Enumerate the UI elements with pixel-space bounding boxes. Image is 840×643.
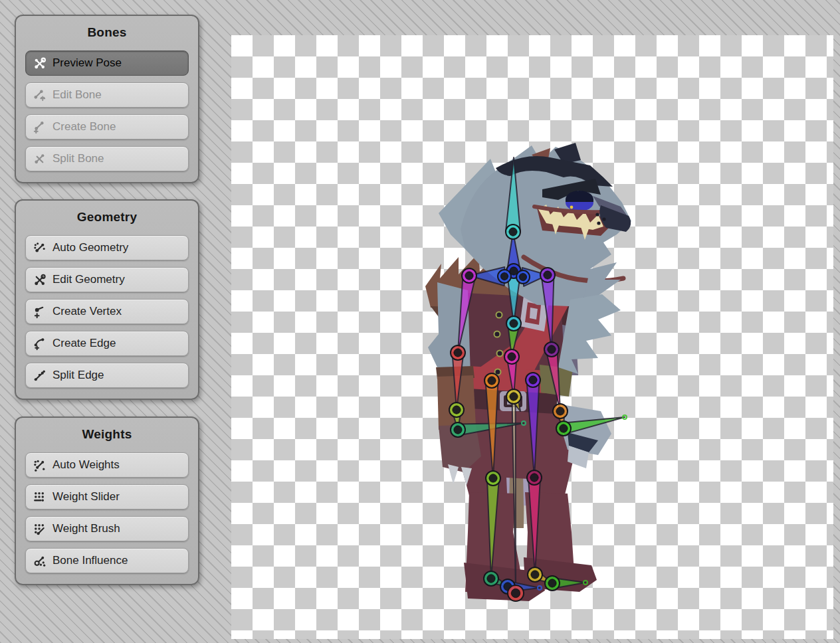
joint-wrist-l[interactable] <box>449 403 464 417</box>
joint-hand-l[interactable] <box>451 422 465 437</box>
joint-fan-l[interactable] <box>498 270 511 283</box>
panel-bones: BonesPreview PoseEdit BoneCreate BoneSpl… <box>15 15 199 183</box>
auto-weights-icon <box>33 458 47 472</box>
joint-tail-end[interactable] <box>508 585 524 601</box>
bone-influence-button[interactable]: Bone Influence <box>25 548 189 573</box>
weight-slider-button[interactable]: Weight Slider <box>25 484 189 509</box>
sprite-canvas[interactable] <box>231 35 833 639</box>
joint-neck[interactable] <box>506 225 520 239</box>
joint-ankle-r[interactable] <box>528 567 542 582</box>
joint-pelvis[interactable] <box>504 349 519 364</box>
button-label: Split Bone <box>52 152 104 165</box>
auto-weights-button[interactable]: Auto Weights <box>25 452 189 478</box>
joint-wrist-r[interactable] <box>553 404 568 418</box>
button-label: Weight Brush <box>52 522 120 535</box>
create-vertex-button[interactable]: Create Vertex <box>25 299 189 324</box>
split-bone-button[interactable]: Split Bone <box>25 146 189 171</box>
preview-pose-button[interactable]: Preview Pose <box>25 50 189 76</box>
joint-knee-r[interactable] <box>527 470 542 485</box>
button-label: Create Edge <box>52 337 116 350</box>
weight-brush-button[interactable]: Weight Brush <box>25 516 189 541</box>
create-edge-icon <box>33 337 47 351</box>
skinning-editor: { "panels": [ { "title": "Bones", "butto… <box>0 0 840 643</box>
button-label: Preview Pose <box>52 56 122 70</box>
auto-geometry-icon <box>33 241 47 255</box>
button-label: Bone Influence <box>52 554 128 567</box>
joint-shoulder-l[interactable] <box>462 268 476 283</box>
edit-bone-icon <box>33 88 47 102</box>
joint-belly[interactable] <box>506 316 521 331</box>
joint-knee-l[interactable] <box>486 471 500 486</box>
joint-ankle-l[interactable] <box>484 571 498 586</box>
split-edge-button[interactable]: Split Edge <box>25 363 189 388</box>
button-label: Create Vertex <box>52 305 122 318</box>
button-label: Auto Weights <box>52 458 120 472</box>
panel-title: Geometry <box>25 210 189 225</box>
bone-influence-icon <box>33 554 47 568</box>
button-label: Create Bone <box>52 120 116 134</box>
panel-geometry: GeometryAuto GeometryEdit GeometryCreate… <box>15 199 199 400</box>
joint-elbow-r[interactable] <box>544 342 559 357</box>
create-edge-button[interactable]: Create Edge <box>25 331 189 356</box>
create-vertex-icon <box>33 305 47 319</box>
button-label: Weight Slider <box>52 490 120 504</box>
panel-title: Weights <box>25 427 189 442</box>
create-bone-button[interactable]: Create Bone <box>25 114 189 139</box>
joint-elbow-l[interactable] <box>451 345 465 360</box>
edit-geometry-icon <box>33 273 47 287</box>
panel-title: Bones <box>25 25 189 40</box>
edit-bone-button[interactable]: Edit Bone <box>25 82 189 108</box>
edit-geometry-button[interactable]: Edit Geometry <box>25 267 189 292</box>
button-label: Split Edge <box>52 369 104 382</box>
create-bone-icon <box>33 120 47 134</box>
button-label: Auto Geometry <box>52 241 128 254</box>
preview-pose-icon <box>33 56 47 70</box>
split-bone-icon <box>33 152 47 166</box>
joint-hip-l[interactable] <box>484 373 499 388</box>
button-label: Edit Bone <box>52 88 102 102</box>
weight-brush-icon <box>33 522 47 536</box>
joint-foot-r[interactable] <box>545 576 560 591</box>
panel-weights: WeightsAuto WeightsWeight SliderWeight B… <box>15 416 199 585</box>
weight-slider-icon <box>33 490 47 504</box>
joint-hand-r[interactable] <box>556 421 571 436</box>
joint-tail-base[interactable] <box>506 389 521 404</box>
joint-fan-r[interactable] <box>516 270 530 284</box>
joint-hip-r[interactable] <box>526 373 540 387</box>
split-edge-icon <box>33 369 47 383</box>
auto-geometry-button[interactable]: Auto Geometry <box>25 235 189 260</box>
button-label: Edit Geometry <box>52 273 125 286</box>
joint-shoulder-r[interactable] <box>540 268 555 282</box>
